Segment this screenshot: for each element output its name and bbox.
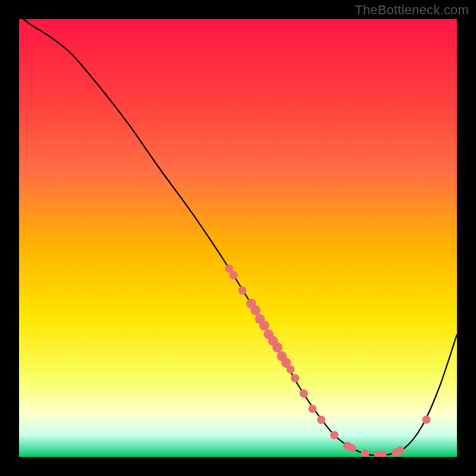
marker-point <box>347 444 356 452</box>
marker-point <box>308 405 317 413</box>
marker-point <box>230 271 238 280</box>
marker-point <box>259 321 270 331</box>
marker-point <box>330 431 339 439</box>
chart-container: TheBottleneck.com <box>0 0 476 476</box>
marker-point <box>361 449 369 457</box>
marker-point <box>396 446 404 455</box>
marker-point <box>238 286 246 295</box>
marker-point <box>273 343 283 353</box>
marker-point <box>250 305 261 315</box>
plot-area <box>19 19 457 457</box>
curve-layer <box>19 19 457 457</box>
marker-point <box>317 415 325 424</box>
bottleneck-curve <box>23 19 457 456</box>
marker-point <box>291 374 299 383</box>
marker-point <box>299 389 308 397</box>
marker-point <box>286 365 295 374</box>
attribution-label: TheBottleneck.com <box>355 2 469 18</box>
marker-point <box>422 415 430 424</box>
